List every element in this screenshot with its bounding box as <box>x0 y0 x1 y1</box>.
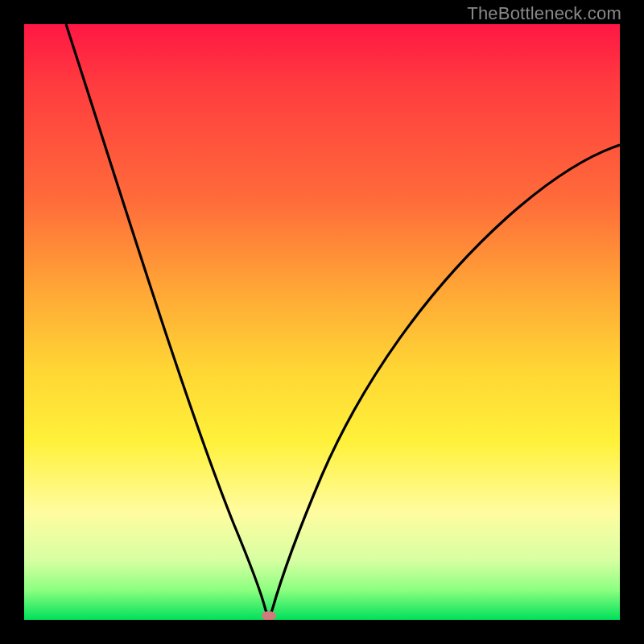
chart-frame: TheBottleneck.com <box>0 0 644 644</box>
curve-left <box>66 24 269 616</box>
plot-area <box>24 24 620 620</box>
curve-right <box>269 145 620 616</box>
watermark-text: TheBottleneck.com <box>467 3 621 24</box>
bottleneck-curve <box>24 24 620 620</box>
minimum-marker <box>262 611 276 620</box>
